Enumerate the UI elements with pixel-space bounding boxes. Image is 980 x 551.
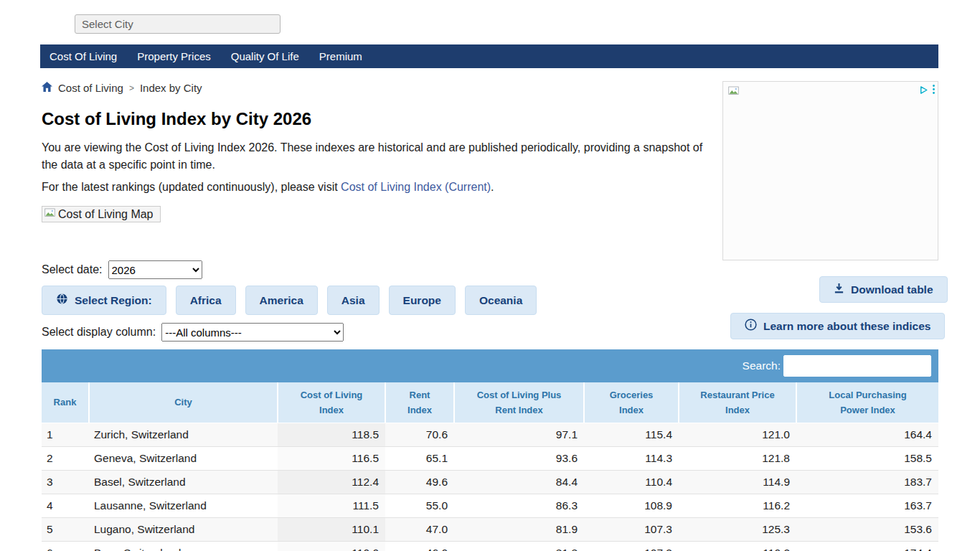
- cost-of-living-index-cell: 116.5: [278, 446, 385, 470]
- rank-cell: 1: [42, 423, 89, 446]
- col-header-local-purchasing-power-index[interactable]: Local PurchasingPower Index: [796, 382, 938, 423]
- restaurant-price-index-cell: 121.8: [679, 446, 796, 470]
- nav-cost-of-living[interactable]: Cost Of Living: [40, 50, 127, 62]
- nav-premium[interactable]: Premium: [309, 50, 372, 62]
- nav-property-prices[interactable]: Property Prices: [127, 50, 221, 62]
- adchoices-icon[interactable]: [919, 85, 928, 98]
- home-icon[interactable]: [42, 82, 52, 94]
- display-column-row: Select display column: ---All columns---: [42, 323, 344, 342]
- groceries-index-cell: 107.3: [584, 517, 679, 541]
- ad-controls: [919, 84, 936, 98]
- groceries-index-cell: 110.4: [584, 470, 679, 494]
- city-cell: Bern, Switzerland: [89, 541, 278, 551]
- map-alt-text: Cost of Living Map: [58, 208, 154, 221]
- select-date-label: Select date:: [42, 263, 103, 276]
- col-plus-rent-index-cell: 86.3: [454, 494, 584, 517]
- col-plus-rent-index-cell: 93.6: [454, 446, 584, 470]
- col-header-groceries-index[interactable]: GroceriesIndex: [584, 382, 679, 423]
- current-index-link[interactable]: Cost of Living Index (Current): [341, 181, 491, 193]
- city-cell: Lugano, Switzerland: [89, 517, 278, 541]
- globe-icon: [56, 293, 68, 308]
- col-header-city[interactable]: City: [89, 382, 278, 423]
- table-row: 3 Basel, Switzerland 112.4 49.6 84.4 110…: [42, 470, 938, 494]
- broken-image-icon: [728, 86, 739, 99]
- cost-of-living-index-cell: 118.5: [278, 423, 385, 446]
- region-button-oceania[interactable]: Oceania: [465, 286, 537, 315]
- city-cell: Geneva, Switzerland: [89, 446, 278, 470]
- download-icon: [834, 283, 844, 297]
- region-button-africa[interactable]: Africa: [176, 286, 236, 315]
- intro-paragraph: You are viewing the Cost of Living Index…: [42, 139, 716, 174]
- local-purchasing-power-index-cell: 164.4: [796, 423, 938, 446]
- kebab-menu-icon[interactable]: [932, 84, 936, 98]
- rent-index-cell: 47.0: [385, 517, 454, 541]
- main-nav: Cost Of Living Property Prices Quality O…: [40, 44, 938, 68]
- table-header-row: Rank City Cost of LivingIndex RentIndex …: [42, 382, 938, 423]
- table-search-bar: Search:: [42, 349, 938, 382]
- rank-cell: 5: [42, 517, 89, 541]
- page: Cost Of Living Property Prices Quality O…: [0, 0, 980, 551]
- table-search-input[interactable]: [783, 355, 931, 377]
- col-plus-rent-index-cell: 81.8: [454, 541, 584, 551]
- col-header-cost-of-living-index[interactable]: Cost of LivingIndex: [278, 382, 385, 423]
- restaurant-price-index-cell: 125.3: [679, 517, 796, 541]
- col-plus-rent-index-cell: 84.4: [454, 470, 584, 494]
- display-column-label: Select display column:: [42, 326, 156, 339]
- breadcrumb: Cost of Living > Index by City: [42, 82, 202, 94]
- groceries-index-cell: 115.4: [584, 423, 679, 446]
- cost-of-living-map-broken-image: Cost of Living Map: [42, 206, 161, 222]
- col-plus-rent-index-cell: 97.1: [454, 423, 584, 446]
- select-region-button[interactable]: Select Region:: [42, 286, 166, 315]
- latest-rankings-period: .: [491, 181, 494, 193]
- groceries-index-cell: 107.3: [584, 541, 679, 551]
- ad-frame: [722, 81, 938, 260]
- cost-of-living-index-cell: 110.1: [278, 517, 385, 541]
- breadcrumb-cost-of-living[interactable]: Cost of Living: [58, 82, 123, 94]
- latest-rankings-paragraph: For the latest rankings (updated continu…: [42, 181, 716, 194]
- rent-index-cell: 65.1: [385, 446, 454, 470]
- restaurant-price-index-cell: 116.2: [679, 494, 796, 517]
- table-row: 4 Lausanne, Switzerland 111.5 55.0 86.3 …: [42, 494, 938, 517]
- select-region-label: Select Region:: [75, 294, 152, 307]
- region-button-row: Select Region: Africa America Asia Europ…: [42, 286, 537, 315]
- rank-cell: 6: [42, 541, 89, 551]
- table-row: 2 Geneva, Switzerland 116.5 65.1 93.6 11…: [42, 446, 938, 470]
- latest-rankings-text: For the latest rankings (updated continu…: [42, 181, 341, 193]
- table-row: 6 Bern, Switzerland 110.0 46.0 81.8 107.…: [42, 541, 938, 551]
- col-header-rent-index[interactable]: RentIndex: [385, 382, 454, 423]
- learn-more-button[interactable]: Learn more about these indices: [730, 313, 945, 339]
- learn-more-label: Learn more about these indices: [763, 320, 930, 333]
- col-header-rank[interactable]: Rank: [42, 382, 89, 423]
- region-button-america[interactable]: America: [245, 286, 318, 315]
- select-city-input[interactable]: [75, 14, 281, 34]
- col-header-restaurant-price-index[interactable]: Restaurant PriceIndex: [679, 382, 796, 423]
- broken-image-icon: [44, 208, 55, 221]
- download-table-button[interactable]: Download table: [819, 276, 948, 303]
- display-column-dropdown[interactable]: ---All columns---: [161, 323, 344, 342]
- page-title: Cost of Living Index by City 2026: [42, 109, 311, 129]
- cost-of-living-index-cell: 112.4: [278, 470, 385, 494]
- local-purchasing-power-index-cell: 174.4: [796, 541, 938, 551]
- rent-index-cell: 55.0: [385, 494, 454, 517]
- local-purchasing-power-index-cell: 153.6: [796, 517, 938, 541]
- city-cell: Basel, Switzerland: [89, 470, 278, 494]
- city-cell: Lausanne, Switzerland: [89, 494, 278, 517]
- table-row: 1 Zurich, Switzerland 118.5 70.6 97.1 11…: [42, 423, 938, 446]
- download-table-label: Download table: [851, 283, 933, 296]
- rent-index-cell: 49.6: [385, 470, 454, 494]
- breadcrumb-index-by-city[interactable]: Index by City: [140, 82, 202, 94]
- local-purchasing-power-index-cell: 183.7: [796, 470, 938, 494]
- restaurant-price-index-cell: 110.2: [679, 541, 796, 551]
- breadcrumb-separator: >: [129, 83, 134, 93]
- region-button-europe[interactable]: Europe: [389, 286, 456, 315]
- select-date-dropdown[interactable]: 2026: [108, 260, 202, 279]
- restaurant-price-index-cell: 114.9: [679, 470, 796, 494]
- col-header-col-plus-rent-index[interactable]: Cost of Living PlusRent Index: [454, 382, 584, 423]
- rank-cell: 4: [42, 494, 89, 517]
- city-cell: Zurich, Switzerland: [89, 423, 278, 446]
- nav-quality-of-life[interactable]: Quality Of Life: [221, 50, 309, 62]
- region-button-asia[interactable]: Asia: [327, 286, 380, 315]
- cost-of-living-index-cell: 111.5: [278, 494, 385, 517]
- rank-cell: 2: [42, 446, 89, 470]
- rent-index-cell: 46.0: [385, 541, 454, 551]
